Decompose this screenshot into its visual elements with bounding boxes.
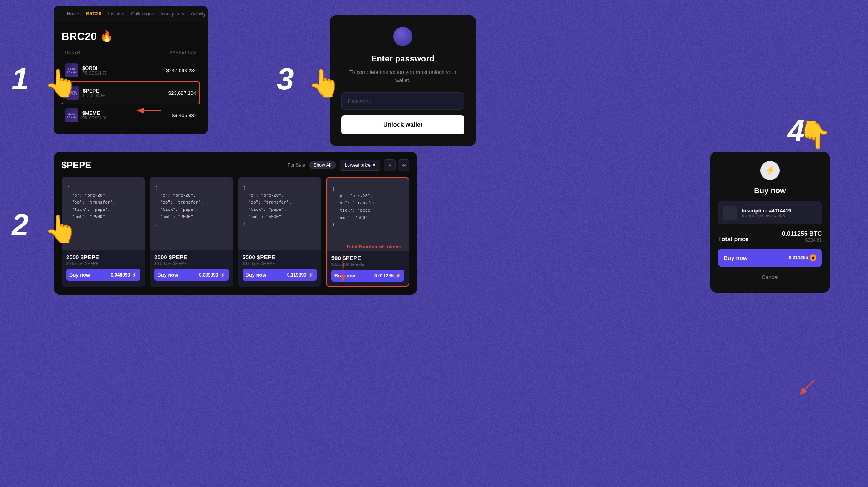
nft-card-2000: { "p": "brc-20", "op": "transfer", "tick… (150, 177, 233, 287)
usd-amount: $324.81 (782, 237, 822, 243)
token-mcap-pepe: $23,687,104 (168, 90, 196, 96)
buy-now-main-button[interactable]: Buy now 0.011255 ₿ (718, 249, 822, 267)
buy-now-button-2500[interactable]: Buy now 0.048999 ⚡ (66, 269, 140, 281)
token-mcap-ordi: $247,093,286 (166, 68, 197, 73)
token-info-meme: $MEME PRICE $94.07 (82, 110, 172, 120)
marketplace-header: $PEPE For Sale Show All Lowest price ▾ ≡… (62, 159, 409, 171)
nft-content-2000: { "p": "brc-20", "op": "transfer", "tick… (150, 177, 233, 250)
buy-price-2500: 0.048999 ⚡ (111, 272, 137, 278)
password-input[interactable] (341, 92, 464, 110)
unlock-wallet-button[interactable]: Unlock wallet (341, 115, 464, 134)
token-price-pepe: PRICE $0.56 (83, 94, 168, 98)
buy-now-icon: ⚡ (760, 161, 780, 180)
show-all-button[interactable]: Show All (309, 161, 336, 169)
inscription-thumbnail: r" (723, 206, 737, 220)
btc-icon-500: ⚡ (395, 273, 401, 278)
wallet-logo (393, 27, 412, 46)
token-row-ordi[interactable]: ORDIBRC-20 $ORDI PRICE $11.77 $247,093,2… (62, 60, 200, 81)
nft-per-price-2000: $0.58 per $PEPE (154, 261, 228, 266)
buy-now-main-price: 0.011255 ₿ (789, 254, 816, 261)
panel-enter-password: Enter password To complete this action y… (330, 15, 476, 146)
marketplace-title: $PEPE (62, 160, 91, 171)
nft-per-price-2500: $0.57 per $PEPE (66, 261, 140, 266)
inscription-id: Inscription #4014419 (742, 208, 791, 214)
nav-inscribe[interactable]: Inscribe (108, 11, 124, 17)
nft-grid: { "p": "brc-20", "op": "transfer", "tick… (62, 177, 409, 287)
token-name-pepe: $PEPE (83, 88, 168, 94)
total-price-row: Total price 0.011255 BTC $324.81 (718, 230, 822, 243)
step-1-emoji: 👆 (44, 67, 78, 99)
nft-amount-500: 500 $PEPE (331, 255, 404, 261)
token-name-ordi: $ORDI (82, 65, 166, 71)
inscription-type: text/plain;charset=utf-8 (742, 214, 791, 218)
step-1-number: 1 (12, 61, 29, 97)
view-toggle: ≡ ⊞ (384, 159, 409, 171)
nav-home[interactable]: Home (67, 11, 79, 17)
nav-brc20[interactable]: BRC20 (86, 11, 101, 17)
token-info-ordi: $ORDI PRICE $11.77 (82, 65, 166, 75)
nft-content-5500: { "p": "brc-20", "op": "transfer", "tick… (238, 177, 321, 250)
nft-amount-2500: 2500 $PEPE (66, 254, 140, 260)
for-sale-label: For Sale (288, 162, 305, 168)
nft-amount-2000: 2000 $PEPE (154, 254, 228, 260)
step-2-number: 2 (12, 207, 29, 243)
enter-password-title: Enter password (341, 54, 464, 64)
buy-label-500: Buy now (334, 273, 355, 278)
cancel-button[interactable]: Cancel (718, 271, 822, 283)
step-3-number: 3 (277, 61, 294, 97)
btc-icon-2000: ⚡ (220, 272, 226, 278)
buy-now-button-2000[interactable]: Buy now 0.039899 ⚡ (154, 269, 228, 281)
token-info-pepe: $PEPE PRICE $0.56 (83, 88, 168, 98)
step-2-emoji: 👆 (44, 213, 78, 245)
nav-activity[interactable]: Activity (191, 11, 206, 17)
buy-price-2000: 0.039899 ⚡ (199, 272, 225, 278)
panel-pepe-marketplace: $PEPE For Sale Show All Lowest price ▾ ≡… (54, 152, 417, 295)
btc-icon-5500: ⚡ (308, 272, 314, 278)
nft-per-price-500: $0.65 per $PEPE (331, 262, 404, 267)
list-view-button[interactable]: ≡ (384, 159, 396, 171)
arrow-buy-now (795, 378, 818, 398)
buy-now-button-500[interactable]: Buy now 0.011255 ⚡ (331, 270, 404, 282)
token-row-meme[interactable]: MEMEBRC-20 $MEME PRICE $94.07 $9,406,882 (62, 104, 200, 126)
chevron-down-icon: ▾ (373, 162, 375, 168)
nft-card-5500: { "p": "brc-20", "op": "transfer", "tick… (238, 177, 321, 287)
total-price-value: 0.011255 BTC $324.81 (782, 230, 822, 243)
buy-label-2500: Buy now (69, 272, 90, 278)
table-header: TICKER MARKET CAP (62, 50, 200, 58)
inscription-box: r" Inscription #4014419 text/plain;chars… (718, 201, 822, 224)
step-3-emoji: 👆 (308, 67, 341, 99)
nav-inscriptions[interactable]: Inscriptions (161, 11, 184, 17)
buy-now-button-5500[interactable]: Buy now 0.119999 ⚡ (243, 269, 317, 281)
token-name-meme: $MEME (82, 110, 172, 116)
header-market-cap: MARKET CAP (169, 50, 197, 55)
btc-icon-2500: ⚡ (131, 272, 137, 278)
total-price-label: Total price (718, 236, 749, 243)
nft-footer-2500: 2500 $PEPE $0.57 per $PEPE Buy now 0.048… (62, 250, 145, 285)
btc-circle-icon: ₿ (810, 254, 816, 261)
grid-view-button[interactable]: ⊞ (398, 159, 409, 171)
token-mcap-meme: $9,406,882 (172, 113, 197, 118)
nav-collections[interactable]: Collections (131, 11, 154, 17)
nft-footer-5500: 5500 $PEPE $0.63 per $PEPE Buy now 0.119… (238, 250, 321, 285)
token-icon-meme: MEMEBRC-20 (65, 108, 78, 122)
nft-per-price-5500: $0.63 per $PEPE (243, 261, 317, 266)
buy-price-5500: 0.119999 ⚡ (287, 272, 314, 278)
lowest-price-button[interactable]: Lowest price ▾ (340, 160, 380, 171)
btc-amount: 0.011255 BTC (782, 230, 822, 237)
token-row-pepe[interactable]: PEPEBRC-20 $PEPE PRICE $0.56 $23,687,104 (62, 81, 200, 104)
buy-now-main-label: Buy now (723, 255, 748, 261)
lowest-price-label: Lowest price (345, 162, 371, 168)
nft-content-500: { "p": "brc-20", "op": "transfer", "tick… (327, 178, 409, 251)
brc20-page-title: BRC20 🔥 (62, 30, 200, 43)
buy-price-500: 0.011255 ⚡ (374, 273, 401, 278)
buy-label-2000: Buy now (157, 272, 178, 278)
header-ticker: TICKER (65, 50, 80, 55)
inscription-info: Inscription #4014419 text/plain;charset=… (742, 208, 791, 218)
step-4-emoji: 👇 (798, 119, 831, 151)
nft-footer-500: 500 $PEPE $0.65 per $PEPE Buy now 0.0112… (327, 251, 409, 286)
enter-password-subtitle: To complete this action you must unlock … (341, 68, 464, 84)
token-price-ordi: PRICE $11.77 (82, 71, 166, 75)
panel-buy-now: ⚡ Buy now r" Inscription #4014419 text/p… (710, 152, 830, 293)
header-controls: For Sale Show All Lowest price ▾ ≡ ⊞ (288, 159, 409, 171)
nft-amount-5500: 5500 $PEPE (243, 254, 317, 260)
